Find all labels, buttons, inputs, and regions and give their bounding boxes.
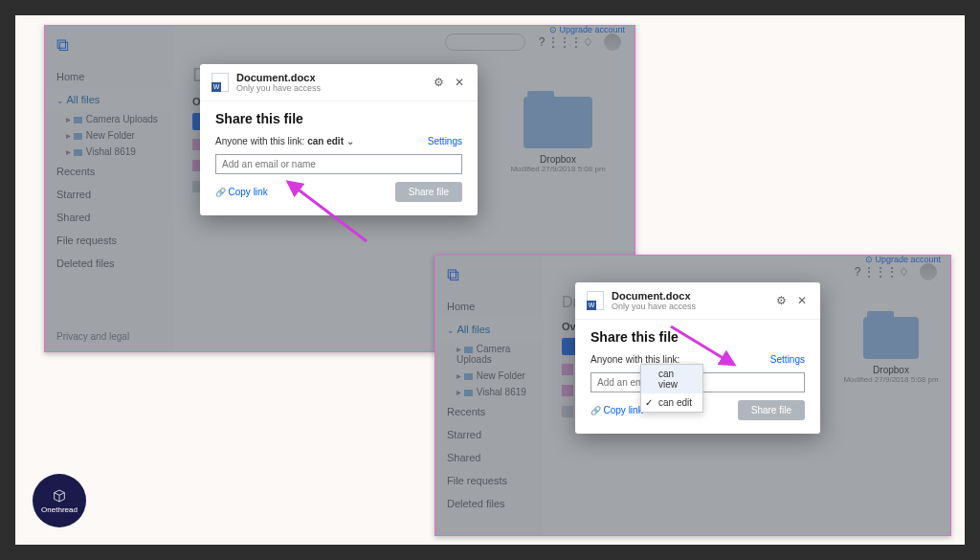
word-doc-icon [212,73,229,92]
modal-header: Document.docx Only you have access ⚙ ✕ [200,64,478,101]
folder-icon [464,347,473,353]
tree-new-folder[interactable]: New Folder [45,127,173,144]
help-icon[interactable]: ? [535,35,548,49]
settings-link[interactable]: Settings [428,136,462,146]
folder-row-icon [562,364,573,375]
folder-card[interactable]: Dropbox Modified 27/9/2018 5:08 pm [843,317,939,384]
nav-recents[interactable]: Recents [45,160,173,183]
svg-line-1 [671,326,734,365]
share-button[interactable]: Share file [738,400,805,420]
annotation-arrow [280,174,376,251]
dropbox-logo-icon: ⧉ [56,35,69,56]
permission-row: Anyone with this link: can edit Settings [215,136,462,146]
copy-link[interactable]: Copy link [215,187,268,197]
svg-line-0 [288,182,367,241]
folder-icon [74,149,82,156]
doc-row-icon [562,406,573,417]
tree-vishal[interactable]: Vishal 8619 [45,144,173,160]
search-input[interactable] [445,34,525,51]
folder-card-name: Dropbox [501,154,615,165]
big-folder-icon [863,317,919,359]
modal-header: Document.docx Only you have access ⚙ ✕ [575,282,820,320]
folder-icon [464,373,473,380]
nav-deleted[interactable]: Deleted files [435,492,543,515]
tree-new-folder[interactable]: New Folder [435,368,543,384]
nav-shared[interactable]: Shared [45,206,173,229]
modal-access-text: Only you have access [612,302,696,311]
avatar[interactable] [920,263,937,280]
big-folder-icon [523,97,592,148]
tree-camera-uploads[interactable]: Camera Uploads [45,111,173,127]
bell-icon[interactable]: ♢ [581,35,594,49]
dropbox-window-b: ⧉ Home ⌄ All files Camera Uploads New Fo… [434,255,951,536]
folder-card-modified: Modified 27/9/2018 5:08 pm [843,375,939,384]
apps-icon[interactable]: ⋮⋮⋮ [874,265,887,279]
avatar[interactable] [604,34,621,51]
tree-vishal[interactable]: Vishal 8619 [435,384,543,400]
settings-link[interactable]: Settings [770,354,805,365]
nav-starred[interactable]: Starred [435,423,543,446]
folder-icon [74,117,82,123]
nav-recents[interactable]: Recents [435,400,543,423]
folder-icon [464,390,473,396]
cube-icon [52,488,67,504]
nav-home[interactable]: Home [45,65,173,88]
folder-card-name: Dropbox [843,365,939,375]
copy-link[interactable]: Copy link [590,405,643,415]
help-icon[interactable]: ? [851,265,864,279]
nav-all-files-label: All files [67,94,100,105]
nav-shared[interactable]: Shared [435,446,543,469]
close-icon[interactable]: ✕ [453,76,466,89]
apps-icon[interactable]: ⋮⋮⋮ [558,35,571,49]
tree-camera-uploads[interactable]: Camera Uploads [435,341,543,368]
nav-all-files[interactable]: ⌄ All files [435,318,543,341]
permission-dropdown[interactable]: can edit [307,136,354,146]
nav-starred[interactable]: Starred [45,183,173,206]
onethread-badge: Onethread [33,474,86,527]
upgrade-link[interactable]: ⊙ Upgrade account [549,25,625,34]
topbar: ⊙ Upgrade account ? ⋮⋮⋮ ♢ [173,26,635,58]
annotation-arrow [665,321,751,378]
nav-all-files[interactable]: ⌄ All files [45,88,173,111]
folder-card[interactable]: Dropbox Modified 27/9/2018 5:08 pm [501,97,615,173]
nav-file-requests[interactable]: File requests [435,469,543,492]
modal-file-name: Document.docx [236,72,321,83]
gear-icon[interactable]: ⚙ [774,294,788,307]
word-doc-icon [587,291,604,310]
sidebar: ⧉ Home ⌄ All files Camera Uploads New Fo… [435,256,543,535]
perm-prefix: Anyone with this link: [215,136,304,146]
nav-home[interactable]: Home [435,295,543,318]
folder-icon [74,133,82,140]
share-heading: Share this file [215,111,462,126]
modal-file-name: Document.docx [612,290,696,302]
dropbox-logo-icon: ⧉ [447,265,459,285]
folder-row-icon [562,385,573,396]
onethread-label: Onethread [41,505,78,514]
sidebar: ⧉ Home ⌄ All files Camera Uploads New Fo… [45,26,173,351]
nav-file-requests[interactable]: File requests [45,229,173,252]
gear-icon[interactable]: ⚙ [432,76,445,89]
upgrade-link[interactable]: ⊙ Upgrade account [865,255,941,264]
nav-deleted[interactable]: Deleted files [45,252,173,275]
share-button[interactable]: Share file [395,182,462,202]
privacy-link[interactable]: Privacy and legal [56,331,129,342]
perm-option-can-edit[interactable]: can edit [641,393,702,412]
email-input[interactable] [215,154,462,174]
modal-access-text: Only you have access [236,83,321,93]
close-icon[interactable]: ✕ [795,294,809,307]
bell-icon[interactable]: ♢ [897,265,910,279]
folder-card-modified: Modified 27/9/2018 5:08 pm [501,165,615,173]
